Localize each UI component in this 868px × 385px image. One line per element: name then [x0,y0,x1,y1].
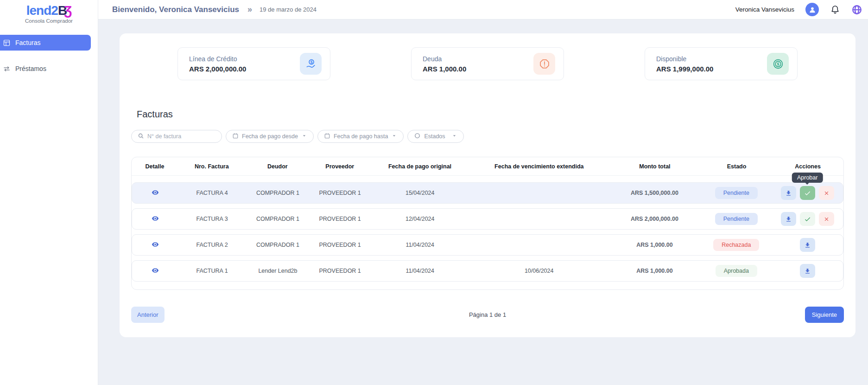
topbar-right: Veronica Vansevicius [735,3,862,16]
card-label: Deuda [423,55,466,63]
view-detail-button[interactable] [152,215,159,222]
cell-monto: ARS 2,000,000.00 [608,216,701,222]
summary-cards: Línea de Crédito ARS 2,000,000.00 $ Deud… [131,47,844,80]
column-header-acciones: Acciones [772,163,843,170]
table-row-factura-1: FACTURA 1 Lender Lend2b PROVEEDOR 1 11/0… [132,260,843,282]
table-row-factura-3: FACTURA 3 COMPRADOR 1 PROVEEDOR 1 12/04/… [132,208,843,230]
pagination-status: Página 1 de 1 [469,311,506,318]
cell-deudor: COMPRADOR 1 [246,190,310,196]
card-label: Línea de Crédito [189,55,246,63]
cell-proveedor: PROVEEDOR 1 [310,242,370,248]
cell-nro-factura: FACTURA 4 [178,190,246,196]
download-button[interactable] [781,186,796,200]
loans-transfer-icon [3,65,11,73]
status-badge: Aprobada [716,265,757,277]
page-content: Línea de Crédito ARS 2,000,000.00 $ Deud… [98,19,868,385]
main-panel: Línea de Crédito ARS 2,000,000.00 $ Deud… [120,33,855,337]
cell-deudor: Lender Lend2b [246,268,310,274]
sidebar-item-label: Facturas [15,39,40,46]
card-value: ARS 2,000,000.00 [189,65,246,73]
debt-texts: Deuda ARS 1,000.00 [423,55,466,73]
reject-button[interactable] [819,212,834,226]
brand-logo: lend2BƷ Consola Comprador [0,0,98,24]
chevron-down-icon [391,133,397,140]
welcome-title: Bienvenido, Veronica Vansevicius [112,5,239,14]
app-root: lend2BƷ Consola Comprador Facturas Prést… [0,0,868,385]
coins-icon: $ [767,53,789,75]
chevron-down-icon [301,133,307,140]
table-body: FACTURA 4 COMPRADOR 1 PROVEEDOR 1 15/04/… [132,176,843,289]
current-date: 19 de marzo de 2024 [260,6,317,13]
svg-text:$: $ [777,62,779,66]
credit-line-card: Línea de Crédito ARS 2,000,000.00 $ [177,47,330,80]
breadcrumb-chevrons: » [247,5,252,14]
hand-coin-icon: $ [300,53,322,75]
sidebar-nav: Facturas Préstamos [0,35,98,77]
view-detail-button[interactable] [152,189,159,196]
approve-tooltip: Aprobar [792,173,823,183]
reject-button[interactable] [819,186,834,200]
filter-label: Fecha de pago desde [242,133,298,140]
card-label: Disponible [656,55,713,63]
invoices-table: Detalle Nro. Factura Deudor Proveedor Fe… [131,157,844,290]
cell-deudor: COMPRADOR 1 [246,242,310,248]
previous-page-button[interactable]: Anterior [131,307,165,323]
search-input[interactable] [147,133,205,140]
download-button[interactable] [800,264,815,278]
filter-fecha-pago-hasta[interactable]: Fecha de pago hasta [317,130,404,143]
user-name: Veronica Vansevicius [735,6,794,13]
card-value: ARS 1,000.00 [423,65,466,73]
cell-proveedor: PROVEEDOR 1 [310,190,370,196]
cell-fecha-vencimiento: 10/06/2024 [470,268,608,274]
column-header-nro-factura: Nro. Factura [178,163,246,170]
column-header-detalle: Detalle [132,163,178,170]
table-row-factura-4: FACTURA 4 COMPRADOR 1 PROVEEDOR 1 15/04/… [132,182,843,204]
column-header-estado: Estado [701,163,773,170]
main-area: Bienvenido, Veronica Vansevicius » 19 de… [98,0,868,385]
invoices-section-title: Facturas [137,109,844,120]
status-badge: Pendiente [715,187,758,199]
table-header-row: Detalle Nro. Factura Deudor Proveedor Fe… [132,157,843,176]
logo-part-2: 2 [51,3,58,18]
column-header-proveedor: Proveedor [310,163,370,170]
search-icon [138,133,144,141]
view-detail-button[interactable] [152,241,159,248]
chevron-down-icon [451,133,457,140]
column-header-fecha-vencimiento: Fecha de vencimiento extendida [470,163,609,170]
sidebar-item-prestamos[interactable]: Préstamos [0,61,91,77]
card-value: ARS 1,999,000.00 [656,65,713,73]
column-header-fecha-pago: Fecha de pago original [370,163,470,170]
sidebar-item-facturas[interactable]: Facturas [0,35,91,51]
filter-fecha-pago-desde[interactable]: Fecha de pago desde [226,130,314,143]
user-avatar[interactable] [805,3,819,16]
brand-logo-text: lend2BƷ [0,4,98,17]
logo-tail-glyph: Ʒ [64,3,71,18]
logo-part-lend: lend [26,3,51,18]
filter-estados[interactable]: Estados [407,130,463,143]
cell-monto: ARS 1,500,000.00 [608,190,701,196]
download-button[interactable] [800,238,815,252]
download-button[interactable] [781,212,796,226]
cell-monto: ARS 1,000.00 [608,242,701,248]
cell-fecha-pago: 11/04/2024 [370,242,470,248]
language-globe-icon[interactable] [851,4,862,15]
available-card: Disponible ARS 1,999,000.00 $ [645,47,798,80]
approve-button[interactable] [800,212,815,226]
notifications-bell-icon[interactable] [830,5,840,15]
cell-deudor: COMPRADOR 1 [246,216,310,222]
cell-nro-factura: FACTURA 1 [178,268,246,274]
cell-fecha-pago: 11/04/2024 [370,268,470,274]
next-page-button[interactable]: Siguiente [805,307,844,323]
pagination: Anterior Página 1 de 1 Siguiente [131,307,844,323]
invoice-search[interactable] [131,130,222,143]
topbar: Bienvenido, Veronica Vansevicius » 19 de… [98,0,868,19]
svg-text:$: $ [310,59,312,64]
status-badge: Rechazada [713,239,759,251]
column-header-monto: Monto total [608,163,701,170]
status-badge: Pendiente [715,213,758,225]
cell-nro-factura: FACTURA 3 [178,216,246,222]
calendar-icon [324,133,330,141]
invoice-filters: Fecha de pago desde Fecha de pago hasta [131,130,844,143]
approve-button[interactable] [800,186,815,200]
view-detail-button[interactable] [152,267,159,274]
